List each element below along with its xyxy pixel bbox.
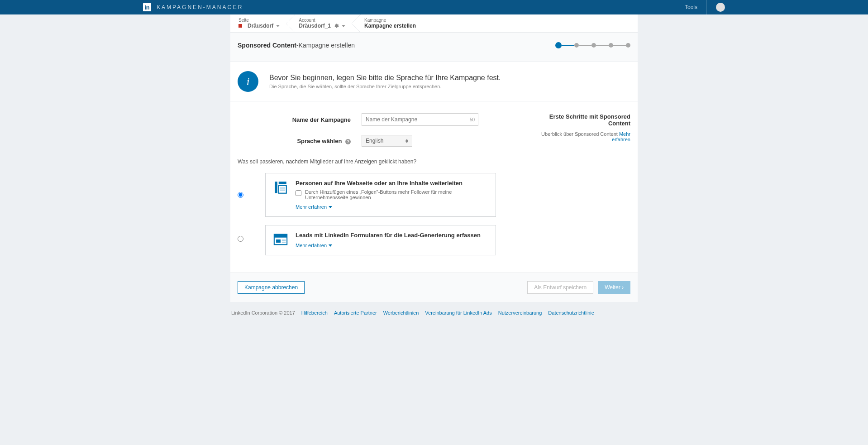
learn-more-text: Mehr erfahren <box>296 243 327 248</box>
footer-link[interactable]: Hilfebereich <box>301 310 328 316</box>
step-4-dot <box>609 43 613 48</box>
info-band: i Bevor Sie beginnen, legen Sie bitte di… <box>230 62 638 101</box>
gear-icon[interactable] <box>334 23 339 29</box>
chevron-down-icon <box>329 244 332 247</box>
card-body: Personen auf Ihre Webseite oder an Ihre … <box>296 180 488 210</box>
side-desc: Überblick über Sponsored Content <box>541 131 619 137</box>
svg-rect-1 <box>279 182 286 184</box>
step-3-dot <box>591 43 596 48</box>
option-1-radio[interactable] <box>238 192 243 198</box>
step-line <box>579 45 591 46</box>
copyright: LinkedIn Corporation © 2017 <box>231 310 295 316</box>
footer-bar: Kampagne abbrechen Als Entwurf speichern… <box>230 273 638 302</box>
side-text: Überblick über Sponsored Content Mehr er… <box>531 131 630 142</box>
page-title: Sponsored Content-Kampagne erstellen <box>238 42 355 49</box>
row-language: Sprache wählen ? English <box>238 135 513 147</box>
progress-stepper <box>555 42 630 48</box>
option-2-radio[interactable] <box>238 236 243 242</box>
chevron-down-icon <box>329 206 332 208</box>
language-value: English <box>366 138 383 144</box>
option-2-learn-more[interactable]: Mehr erfahren <box>296 243 332 248</box>
svg-rect-2 <box>279 186 286 193</box>
step-1-dot <box>555 42 562 48</box>
label-campaign-name: Name der Kampagne <box>238 116 351 123</box>
caret-down-icon <box>276 25 280 27</box>
step-line <box>562 45 574 46</box>
option-row-1: Personen auf Ihre Webseite oder an Ihre … <box>238 173 630 217</box>
crumb-seite[interactable]: Seite Dräusdorf <box>230 14 291 32</box>
campaign-name-input[interactable] <box>362 113 478 126</box>
option-2-title: Leads mit LinkedIn Formularen für die Le… <box>296 232 488 239</box>
option-1-learn-more[interactable]: Mehr erfahren <box>296 204 332 210</box>
step-5-dot <box>626 43 630 48</box>
crumb-kampagne: Kampagne Kampagne erstellen <box>356 14 427 32</box>
form-area: Name der Kampagne 50 Sprache wählen ? En… <box>230 101 638 156</box>
save-draft-button[interactable]: Als Entwurf speichern <box>527 281 593 294</box>
option-row-2: Leads mit LinkedIn Formularen für die Le… <box>238 225 630 255</box>
info-icon: i <box>238 71 258 92</box>
char-counter: 50 <box>470 117 475 122</box>
select-arrows-icon <box>405 139 408 143</box>
footer-link[interactable]: Datenschutzrichtlinie <box>548 310 594 316</box>
caret-down-icon <box>342 25 345 27</box>
label-language: Sprache wählen ? <box>238 138 351 144</box>
step-line <box>596 45 609 46</box>
page-title-bold: Sponsored Content <box>238 42 296 49</box>
crumb-account-text: Dräusdorf_1 <box>299 23 331 29</box>
svg-rect-0 <box>275 182 277 193</box>
footer-right: Als Entwurf speichern Weiter › <box>527 281 630 294</box>
seite-color-icon <box>238 24 242 28</box>
topbar-left: in KAMPAGNEN-MANAGER <box>143 3 243 11</box>
footer-link[interactable]: Vereinbarung für LinkedIn Ads <box>425 310 491 316</box>
topbar-right: Tools <box>685 0 725 14</box>
crumb-seite-label: Seite <box>238 18 280 23</box>
question-text: Was soll passieren, nachdem Mitglieder a… <box>238 158 638 165</box>
svg-rect-6 <box>274 234 287 238</box>
option-1-title: Personen auf Ihre Webseite oder an Ihre … <box>296 180 488 187</box>
next-button[interactable]: Weiter › <box>598 281 630 294</box>
crumb-account-label: Account <box>299 18 345 23</box>
step-line <box>613 45 626 46</box>
label-language-text: Sprache wählen <box>297 138 342 144</box>
info-text: Bevor Sie beginnen, legen Sie bitte die … <box>269 74 501 89</box>
learn-more-text: Mehr erfahren <box>296 204 327 210</box>
topbar: in KAMPAGNEN-MANAGER Tools <box>0 0 868 14</box>
option-1-checkbox-row[interactable]: Durch Hinzufügen eines „Folgen"-Buttons … <box>296 189 488 200</box>
avatar[interactable] <box>716 3 725 12</box>
radio-wrap <box>238 225 243 243</box>
option-1-card[interactable]: Personen auf Ihre Webseite oder an Ihre … <box>265 173 496 217</box>
crumb-seite-value: Dräusdorf <box>238 23 280 29</box>
cancel-campaign-button[interactable]: Kampagne abbrechen <box>238 281 305 294</box>
tools-menu[interactable]: Tools <box>685 4 697 10</box>
footer-link[interactable]: Autorisierte Partner <box>334 310 377 316</box>
breadcrumb: Seite Dräusdorf Account Dräusdorf_1 Kamp… <box>230 14 638 33</box>
info-title: Bevor Sie beginnen, legen Sie bitte die … <box>269 74 501 82</box>
footer-link[interactable]: Nutzervereinbarung <box>498 310 542 316</box>
language-select[interactable]: English <box>362 135 412 147</box>
help-icon[interactable]: ? <box>345 139 351 144</box>
crumb-kampagne-label: Kampagne <box>364 18 416 23</box>
radio-wrap <box>238 173 243 199</box>
option-1-checkbox-label: Durch Hinzufügen eines „Folgen"-Buttons … <box>305 189 488 200</box>
follow-button-checkbox[interactable] <box>296 190 301 196</box>
form-main: Name der Kampagne 50 Sprache wählen ? En… <box>238 113 513 156</box>
linkedin-logo-icon[interactable]: in <box>143 3 151 11</box>
side-title: Erste Schritte mit Sponsored Content <box>531 113 630 127</box>
main-container: Seite Dräusdorf Account Dräusdorf_1 Kamp… <box>230 14 638 302</box>
row-campaign-name: Name der Kampagne 50 <box>238 113 513 126</box>
crumb-seite-text: Dräusdorf <box>248 23 273 29</box>
crumb-account[interactable]: Account Dräusdorf_1 <box>291 14 356 32</box>
crumb-account-value: Dräusdorf_1 <box>299 23 345 29</box>
page-header: Sponsored Content-Kampagne erstellen <box>230 33 638 62</box>
crumb-kampagne-value: Kampagne erstellen <box>364 23 416 29</box>
footer-link[interactable]: Werberichtlinien <box>383 310 419 316</box>
lead-form-icon <box>273 232 288 247</box>
page-footer: LinkedIn Corporation © 2017 Hilfebereich… <box>230 310 638 316</box>
step-2-dot <box>574 43 579 48</box>
topbar-divider <box>706 0 707 14</box>
page-title-rest: -Kampagne erstellen <box>296 42 355 49</box>
options: Personen auf Ihre Webseite oder an Ihre … <box>230 173 638 273</box>
website-content-icon <box>273 180 288 195</box>
card-body: Leads mit LinkedIn Formularen für die Le… <box>296 232 488 249</box>
option-2-card[interactable]: Leads mit LinkedIn Formularen für die Le… <box>265 225 496 255</box>
